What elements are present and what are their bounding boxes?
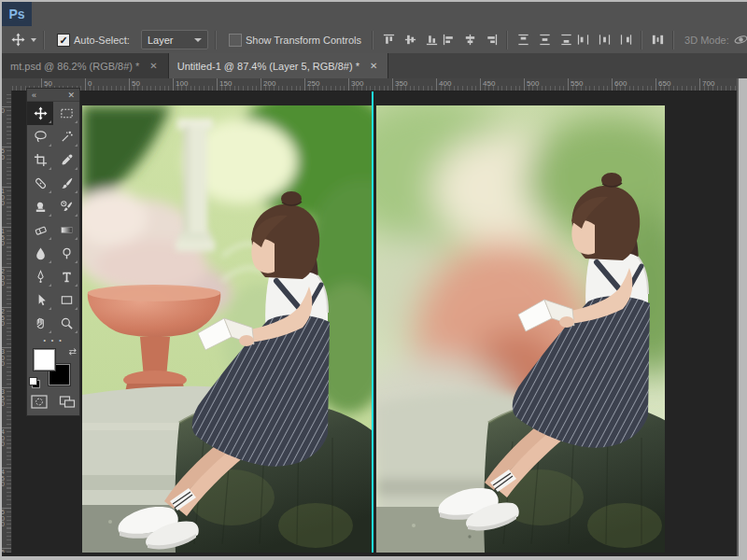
3d-mode-label: 3D Mode:	[684, 35, 729, 46]
window-frame-left	[0, 0, 2, 560]
distribute-spacing-icon[interactable]	[649, 32, 666, 49]
distribute-left-edges-icon[interactable]	[574, 32, 591, 49]
align-top-edges-icon[interactable]	[380, 32, 397, 49]
separator	[672, 31, 674, 49]
tool-dodge[interactable]	[53, 242, 79, 265]
distribute-top-edges-icon[interactable]	[514, 32, 531, 49]
swap-colors-icon[interactable]: ⇄	[69, 346, 77, 357]
document-left-photo[interactable]	[82, 105, 372, 553]
auto-select-checkbox[interactable]: ✓	[57, 34, 70, 47]
align-bottom-edges-icon[interactable]	[423, 32, 440, 49]
menu-bar: Ps	[2, 2, 747, 27]
tool-preset-chevron-icon[interactable]	[31, 38, 36, 42]
chevron-down-icon	[194, 38, 202, 42]
separator	[372, 31, 374, 49]
tool-eraser[interactable]	[27, 218, 53, 242]
close-icon[interactable]: ✕	[368, 60, 379, 72]
close-icon[interactable]: ✕	[148, 60, 159, 72]
tool-rectangular-marquee[interactable]	[53, 102, 79, 125]
distribute-vertical-centers-icon[interactable]	[536, 32, 553, 49]
auto-select-label: Auto-Select:	[74, 35, 130, 46]
tool-type[interactable]	[53, 265, 79, 288]
3d-orbit-icon[interactable]	[733, 32, 747, 49]
show-transform-checkbox[interactable]	[229, 34, 242, 47]
move-tool-icon[interactable]	[9, 32, 26, 49]
align-vertical-centers-icon[interactable]	[402, 32, 418, 49]
photoshop-window: Ps ✓ Auto-Select: Layer Show Transform C…	[0, 0, 747, 560]
align-right-edges-icon[interactable]	[483, 32, 500, 49]
distribute-bottom-edges-icon[interactable]	[557, 32, 574, 49]
distribute-horizontal-centers-icon[interactable]	[596, 32, 613, 49]
tool-path-selection[interactable]	[27, 288, 53, 312]
separator	[215, 31, 217, 49]
color-swatches: ⇄	[27, 346, 79, 391]
default-colors-icon[interactable]	[29, 377, 40, 388]
separator	[641, 31, 642, 49]
options-bar: ✓ Auto-Select: Layer Show Transform Cont…	[2, 26, 747, 54]
close-panel-icon[interactable]: ✕	[67, 91, 75, 100]
window-frame-right	[739, 78, 747, 560]
tool-lasso[interactable]	[27, 125, 53, 148]
window-frame-top	[0, 0, 747, 2]
tool-brush[interactable]	[53, 172, 79, 195]
tool-zoom[interactable]	[53, 312, 79, 335]
document-right-photo[interactable]	[376, 105, 665, 553]
tool-gradient[interactable]	[53, 218, 79, 242]
photoshop-logo: Ps	[2, 2, 32, 26]
tools-panel: « ✕	[26, 88, 80, 416]
separator	[506, 31, 508, 49]
tool-pen[interactable]	[27, 265, 53, 288]
tool-clone-stamp[interactable]	[27, 195, 53, 218]
tool-blur[interactable]	[27, 242, 53, 265]
tool-crop[interactable]	[27, 148, 53, 172]
tool-move[interactable]	[27, 102, 53, 125]
separator	[43, 31, 45, 49]
tool-hand[interactable]	[27, 312, 53, 335]
toolbar-more-icon[interactable]: • • •	[27, 335, 79, 346]
foreground-color-swatch[interactable]	[34, 349, 55, 371]
tool-quick-selection[interactable]	[53, 125, 79, 148]
tool-grid	[27, 102, 79, 335]
quick-mask-icon[interactable]	[31, 395, 48, 413]
collapse-panel-icon[interactable]: «	[32, 91, 36, 100]
tab-untitled-1[interactable]: Untitled-1 @ 87.4% (Layer 5, RGB/8#) * ✕	[169, 53, 389, 78]
document-tab-bar: mt.psd @ 86.2% (RGB/8#) * ✕ Untitled-1 @…	[2, 53, 747, 78]
show-transform-label: Show Transform Controls	[246, 35, 361, 46]
distribute-right-edges-icon[interactable]	[617, 32, 634, 49]
horizontal-ruler[interactable]: 5005010015020025030035040045050055060065…	[11, 78, 747, 91]
screen-mode-icon[interactable]	[59, 395, 76, 413]
auto-select-target-dropdown[interactable]: Layer	[141, 30, 208, 49]
tool-rectangle-shape[interactable]	[53, 288, 79, 312]
tool-history-brush[interactable]	[53, 195, 79, 218]
align-horizontal-centers-icon[interactable]	[461, 32, 478, 49]
tab-mt-psd[interactable]: mt.psd @ 86.2% (RGB/8#) * ✕	[2, 53, 169, 78]
guide-line[interactable]	[372, 91, 374, 553]
tool-spot-healing[interactable]	[27, 172, 53, 195]
align-left-edges-icon[interactable]	[440, 32, 457, 49]
window-frame-bottom	[0, 556, 747, 560]
tool-eyedropper[interactable]	[53, 148, 79, 172]
